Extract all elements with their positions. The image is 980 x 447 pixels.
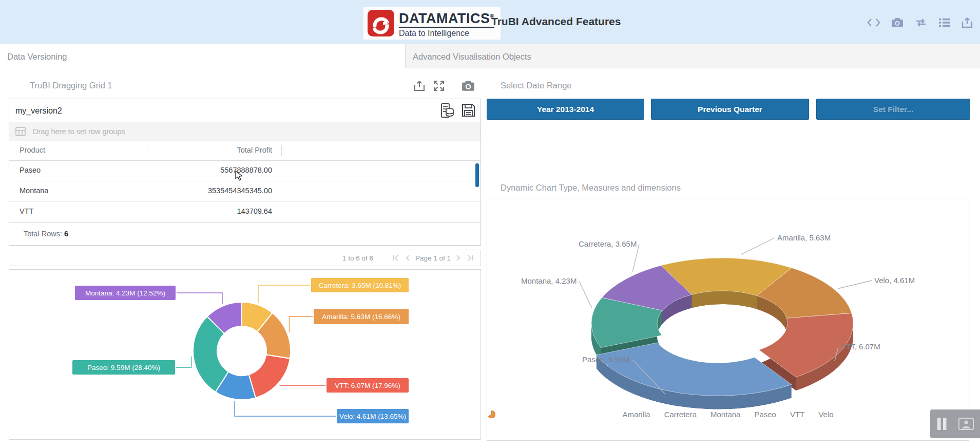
expand-icon[interactable] <box>433 80 445 91</box>
table-row[interactable]: Paseo 5567888878.00 <box>9 160 481 181</box>
callout-line-montana <box>177 293 222 304</box>
callout-line-paseo <box>176 357 191 367</box>
first-page-icon[interactable] <box>393 255 400 261</box>
callout-badge-velo: Velo: 4.61M (13.65%) <box>337 409 409 423</box>
data-grid-widget: Drag here to set row groups Product Tota… <box>9 99 481 246</box>
callout-line-amarilla <box>289 316 313 332</box>
grid-footer: Total Rows: 6 <box>9 222 481 246</box>
label-line-amarilla <box>741 238 775 254</box>
slice-label-carretera: Carretera, 3.65M <box>579 239 637 248</box>
column-divider[interactable] <box>147 145 147 156</box>
list-icon[interactable] <box>938 17 951 28</box>
table-row[interactable]: VTT 143709.64 <box>9 201 481 222</box>
mouse-cursor <box>235 171 245 181</box>
grid-header: Product Total Profit <box>9 141 481 161</box>
app-header: DATAMATICS® Data to Intelligence TruBI A… <box>0 0 980 44</box>
datamatics-logo-mark <box>368 10 394 36</box>
tab-advanced-visualisation-objects[interactable]: Advanced Visualisation Objects <box>405 44 980 68</box>
version-name-input[interactable] <box>9 99 427 122</box>
callout-badge-carretera: Carretera: 3.65M (10.81%) <box>311 278 409 292</box>
header-toolbar <box>867 17 973 28</box>
donut-slice-vtt[interactable] <box>249 355 290 398</box>
grid-pagination: 1 to 6 of 6 Page 1 of 1 <box>9 250 481 266</box>
next-page-icon[interactable] <box>456 255 461 261</box>
legend-label: Amarilla <box>622 410 650 419</box>
widget-title: TruBI Dragging Grid 1 <box>30 81 112 90</box>
callout-badge-paseo: Paseo: 9.59M (28.40%) <box>72 360 175 375</box>
widget-toolbar <box>414 78 475 94</box>
prev-page-icon[interactable] <box>405 255 410 261</box>
legend-item-amarilla[interactable]: Amarilla <box>622 410 650 419</box>
save-icon[interactable] <box>462 103 475 117</box>
cell-total-profit: 5567888878.00 <box>141 166 272 174</box>
brand-name: DATAMATICS® <box>399 8 494 28</box>
share-icon[interactable] <box>962 17 973 28</box>
datamatics-logo: DATAMATICS® Data to Intelligence <box>363 7 501 40</box>
total-rows-value: 6 <box>64 230 68 238</box>
brand-tagline: Data to Intelligence <box>399 29 494 38</box>
callout-badge-vtt: VTT: 6.07M (17.96%) <box>326 378 409 393</box>
picture-icon[interactable] <box>958 418 974 430</box>
tab-data-versioning[interactable]: Data Versioning <box>0 44 405 69</box>
column-divider[interactable] <box>281 145 282 156</box>
slice-label-velo: Velo, 4.61M <box>874 276 915 285</box>
donut-chart-widget: Carretera: 3.65M (10.81%)Amarilla: 5.63M… <box>9 269 481 440</box>
app-root: DATAMATICS® Data to Intelligence TruBI A… <box>0 0 980 447</box>
page-label: Page 1 of 1 <box>415 254 451 262</box>
callout-badge-amarilla: Amarilla: 5.63M (16.66%) <box>314 309 409 324</box>
slice-label-paseo: Paseo, 9.59M <box>582 355 630 364</box>
legend-label: Carretera <box>664 410 697 419</box>
cell-total-profit: 3535454345345.00 <box>141 187 272 195</box>
year-2013-2014-button[interactable]: Year 2013-2014 <box>487 99 644 120</box>
cell-product: Paseo <box>20 166 41 174</box>
legend-label: Montana <box>710 410 740 419</box>
last-page-icon[interactable] <box>466 255 473 261</box>
slice-label-amarilla: Amarilla, 5.63M <box>777 233 831 242</box>
cell-product: VTT <box>20 207 33 215</box>
tab-bar: Data Versioning Advanced Visualisation O… <box>0 44 980 69</box>
repeat-icon[interactable] <box>914 17 928 28</box>
donut3d-chart-widget: Amarilla, 5.63MVelo, 4.61MVTT, 6.07MPase… <box>487 198 969 441</box>
legend-label: Paseo <box>754 410 776 419</box>
slice-label-vtt: VTT, 6.07M <box>841 342 880 351</box>
legend-label: Velo <box>818 410 833 419</box>
dynamic-chart-title: Dynamic Chart Type, Measures and dimensi… <box>501 183 681 193</box>
slice-label-montana: Montana, 4.23M <box>521 276 577 285</box>
previous-quarter-button[interactable]: Previous Quarter <box>651 99 809 120</box>
set-filter-button[interactable]: Set Filter... <box>816 99 970 120</box>
row-range-label: 1 to 6 of 6 <box>342 254 373 262</box>
code-icon[interactable] <box>867 17 880 28</box>
legend-item-vtt[interactable]: VTT <box>790 410 804 419</box>
donut3d-chart <box>487 198 969 440</box>
legend-item-paseo[interactable]: Paseo <box>754 410 776 419</box>
row-groups-dropzone[interactable]: Drag here to set row groups <box>9 122 481 141</box>
legend-item-velo[interactable]: Velo <box>818 410 833 419</box>
grid-scrollbar[interactable] <box>475 163 479 187</box>
toolbar-divider <box>453 78 453 94</box>
versions-icon[interactable] <box>441 103 454 118</box>
recorder-divider <box>953 417 953 431</box>
camera-icon[interactable] <box>891 17 904 28</box>
column-header-total-profit[interactable]: Total Profit <box>141 146 272 154</box>
table-row[interactable]: Montana 3535454345345.00 <box>9 181 481 202</box>
legend-item-carretera[interactable]: Carretera <box>664 410 697 419</box>
app-title: TruBI Advanced Features <box>491 15 621 28</box>
label-line-velo <box>838 281 872 289</box>
total-rows-label: Total Rows: <box>24 230 62 238</box>
camera-icon[interactable] <box>462 80 475 91</box>
callout-line-carretera <box>259 285 310 303</box>
cell-product: Montana <box>20 187 48 195</box>
legend-item-montana[interactable]: Montana <box>710 410 740 419</box>
version-row <box>9 99 481 123</box>
callout-line-vtt <box>280 384 325 385</box>
pause-icon[interactable] <box>936 417 948 431</box>
share-icon[interactable] <box>414 80 425 91</box>
recorder-overlay <box>930 409 980 438</box>
pie-icon <box>487 410 496 419</box>
chart-legend: AmarillaCarreteraMontanaPaseoVTTVelo <box>487 410 969 419</box>
label-line-montana <box>579 281 592 308</box>
date-range-title: Select Date Range <box>501 81 572 90</box>
cell-total-profit: 143709.64 <box>141 207 272 215</box>
legend-label: VTT <box>790 410 804 419</box>
column-header-product[interactable]: Product <box>20 146 45 154</box>
